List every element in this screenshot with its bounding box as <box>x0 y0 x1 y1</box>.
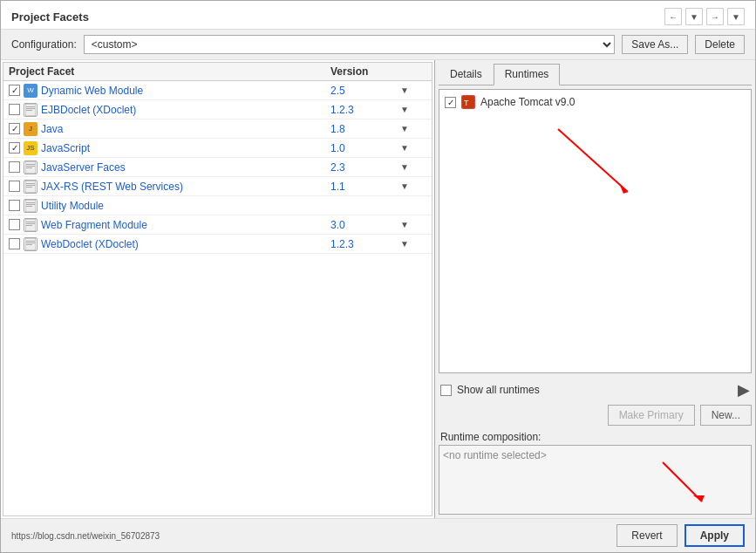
facet-version-1: 1.2.3 <box>330 104 400 116</box>
show-all-row: Show all runtimes ▶ <box>439 379 752 405</box>
config-select[interactable]: <custom> <box>84 35 616 54</box>
new-button[interactable]: New... <box>700 405 752 426</box>
svg-rect-9 <box>26 183 35 184</box>
back-button[interactable]: ← <box>664 8 682 25</box>
facet-name-1: EJBDoclet (XDoclet) <box>41 104 136 116</box>
facet-row[interactable]: W Dynamic Web Module 2.5 ▼ <box>3 81 432 100</box>
composition-label: Runtime composition: <box>439 431 752 443</box>
window-title: Project Facets <box>11 10 89 24</box>
facet-row[interactable]: JavaServer Faces 2.3 ▼ <box>3 158 432 177</box>
facet-row[interactable]: WebDoclet (XDoclet) 1.2.3 ▼ <box>3 235 432 254</box>
facet-checkbox-2[interactable] <box>9 123 20 134</box>
tab-details[interactable]: Details <box>439 64 494 85</box>
facet-checkbox-1[interactable] <box>9 104 20 115</box>
facet-arrow-8[interactable]: ▼ <box>400 239 426 249</box>
facet-icon-web: W <box>24 84 37 98</box>
facet-rows: W Dynamic Web Module 2.5 ▼ EJBDoclet (XD… <box>3 81 432 254</box>
facet-checkbox-3[interactable] <box>9 142 20 154</box>
svg-rect-21 <box>26 241 35 242</box>
left-panel: Project Facet Version W Dynamic Web Modu… <box>1 60 435 518</box>
show-all-label: Show all runtimes <box>457 384 540 396</box>
config-label: Configuration: <box>11 38 77 51</box>
facet-arrow-2[interactable]: ▼ <box>400 124 426 133</box>
facet-version-8: 1.2.3 <box>330 238 400 250</box>
facet-row[interactable]: J Java 1.8 ▼ <box>3 119 432 139</box>
facet-arrow-0[interactable]: ▼ <box>400 85 426 95</box>
facet-name-6: Utility Module <box>41 200 104 212</box>
save-as-button[interactable]: Save As... <box>622 35 688 54</box>
main-content: Project Facet Version W Dynamic Web Modu… <box>1 60 755 518</box>
tab-runtimes[interactable]: Runtimes <box>494 64 561 85</box>
facet-name-2: Java <box>41 123 63 135</box>
svg-rect-1 <box>26 106 35 107</box>
url-bar: https://blog.csdn.net/weixin_56702873 <box>11 531 610 541</box>
make-primary-button[interactable]: Make Primary <box>608 405 695 426</box>
facet-name-cell: W Dynamic Web Module <box>9 84 330 98</box>
facet-row[interactable]: Web Fragment Module 3.0 ▼ <box>3 215 432 235</box>
facet-arrow-5[interactable]: ▼ <box>400 181 426 191</box>
forward-button[interactable]: → <box>706 8 724 25</box>
action-buttons: Make Primary New... <box>439 405 752 426</box>
config-row: Configuration: <custom> Save As... Delet… <box>1 30 755 60</box>
apply-button[interactable]: Apply <box>684 524 745 547</box>
facet-checkbox-8[interactable] <box>9 238 20 249</box>
show-all-checkbox[interactable] <box>440 385 452 396</box>
facet-name-4: JavaServer Faces <box>41 161 126 174</box>
title-bar: Project Facets ← ▼ → ▼ <box>1 1 755 30</box>
svg-text:T: T <box>464 99 469 107</box>
back-dropdown-button[interactable]: ▼ <box>685 8 703 25</box>
facet-checkbox-6[interactable] <box>9 200 20 211</box>
facet-name-3: JavaScript <box>41 142 90 154</box>
svg-rect-11 <box>26 187 32 188</box>
nav-buttons: ← ▼ → ▼ <box>664 8 745 25</box>
facet-row[interactable]: JS JavaScript 1.0 ▼ <box>3 139 432 158</box>
delete-button[interactable]: Delete <box>695 35 745 54</box>
svg-rect-19 <box>26 225 32 226</box>
facet-arrow-1[interactable]: ▼ <box>400 105 426 114</box>
tomcat-icon: T <box>461 95 475 109</box>
facet-checkbox-5[interactable] <box>9 181 20 192</box>
facet-icon-page <box>24 160 37 174</box>
facet-icon-java: J <box>24 122 37 136</box>
svg-rect-13 <box>26 202 35 203</box>
right-panel: Details Runtimes T Apache Tomcat v9.0 <box>435 60 755 518</box>
facet-name-cell: JavaServer Faces <box>9 160 330 174</box>
svg-rect-2 <box>26 108 35 109</box>
svg-rect-6 <box>26 166 35 167</box>
facet-name-cell: EJBDoclet (XDoclet) <box>9 103 330 117</box>
facet-version-4: 2.3 <box>330 161 400 174</box>
facet-name-cell: JAX-RS (REST Web Services) <box>9 180 330 194</box>
facet-checkbox-7[interactable] <box>9 219 20 230</box>
facet-name-cell: Web Fragment Module <box>9 218 330 232</box>
window: Project Facets ← ▼ → ▼ Configuration: <c… <box>0 0 756 553</box>
facet-row[interactable]: Utility Module <box>3 196 432 215</box>
facet-arrow-3[interactable]: ▼ <box>400 143 426 153</box>
header-facet: Project Facet <box>9 65 330 78</box>
facet-name-5: JAX-RS (REST Web Services) <box>41 181 183 193</box>
revert-button[interactable]: Revert <box>616 524 677 547</box>
facet-name-cell: JS JavaScript <box>9 141 330 155</box>
facet-arrow-4[interactable]: ▼ <box>400 162 426 172</box>
facet-name-cell: WebDoclet (XDoclet) <box>9 237 330 251</box>
runtime-item: T Apache Tomcat v9.0 <box>443 93 747 111</box>
runtimes-box: T Apache Tomcat v9.0 <box>439 89 752 373</box>
composition-placeholder: <no runtime selected> <box>443 449 547 461</box>
facet-checkbox-4[interactable] <box>9 161 20 173</box>
facet-row[interactable]: EJBDoclet (XDoclet) 1.2.3 ▼ <box>3 100 432 119</box>
facet-icon-page <box>24 237 37 251</box>
header-version: Version <box>330 65 400 78</box>
tabs-row: Details Runtimes <box>439 64 752 85</box>
facet-checkbox-0[interactable] <box>9 85 20 96</box>
facet-version-7: 3.0 <box>330 219 400 231</box>
bottom-bar: https://blog.csdn.net/weixin_56702873 Re… <box>1 518 755 552</box>
facet-row[interactable]: JAX-RS (REST Web Services) 1.1 ▼ <box>3 177 432 196</box>
facet-version-2: 1.8 <box>330 123 400 135</box>
runtime-checkbox[interactable] <box>445 97 456 108</box>
svg-rect-5 <box>26 164 35 165</box>
facet-name-0: Dynamic Web Module <box>41 85 143 97</box>
facet-icon-page <box>24 218 37 232</box>
facet-icon-js: JS <box>24 141 37 155</box>
facet-arrow-7[interactable]: ▼ <box>400 220 426 229</box>
forward-dropdown-button[interactable]: ▼ <box>727 8 745 25</box>
svg-rect-14 <box>26 204 35 205</box>
